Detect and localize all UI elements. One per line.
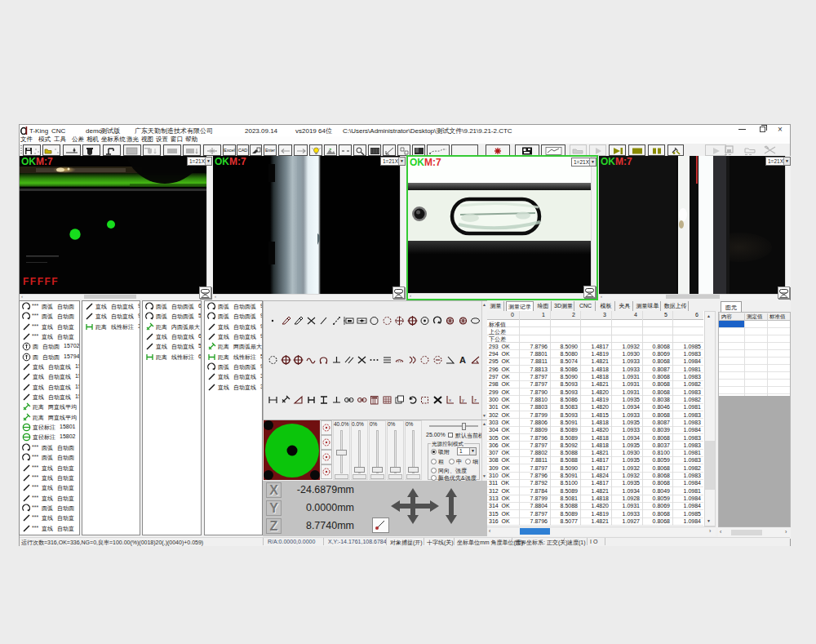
svg-text:FFFFF: FFFFF — [23, 276, 59, 287]
svg-text:z: z — [474, 398, 477, 402]
svg-text:y: y — [462, 398, 464, 402]
svg-text:A: A — [459, 355, 466, 365]
svg-text:x: x — [449, 398, 451, 402]
